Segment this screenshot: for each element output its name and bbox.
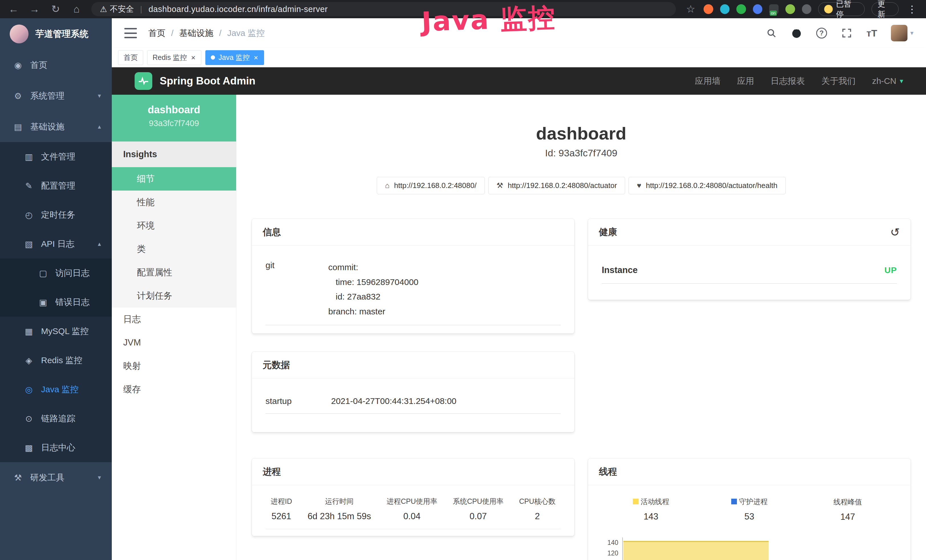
sba-nav-about[interactable]: 关于我们 <box>822 75 856 87</box>
sba-menu-classes[interactable]: 类 <box>112 238 236 261</box>
sidebar-item-trace[interactable]: ⊙ 链路追踪 <box>0 404 112 433</box>
paused-face-icon <box>824 5 832 14</box>
infrastructure-icon: ▤ <box>12 122 23 132</box>
instance-header[interactable]: dashboard 93a3fc7f7409 <box>112 95 236 141</box>
instance-id: 93a3fc7f7409 <box>112 119 236 128</box>
sidebar-item-redis[interactable]: ◈ Redis 监控 <box>0 346 112 375</box>
breadcrumb-current: Java 监控 <box>227 27 265 39</box>
health-card: 健康 ↺ Instance UP <box>588 219 911 300</box>
dashboard-icon: ◉ <box>12 60 23 70</box>
sidebar-item-home[interactable]: ◉ 首页 <box>0 50 112 80</box>
instance-health-link[interactable]: ♥ http://192.168.0.2:48080/actuator/heal… <box>629 177 786 194</box>
sidebar-item-mysql[interactable]: ▦ MySQL 监控 <box>0 317 112 346</box>
sidebar-item-java[interactable]: ◎ Java 监控 <box>0 375 112 404</box>
sba-nav-wallboard[interactable]: 应用墙 <box>695 75 720 87</box>
github-icon[interactable] <box>791 27 802 39</box>
collapse-sidebar-icon[interactable] <box>124 28 137 38</box>
threads-card-title: 线程 <box>599 466 617 478</box>
tag-java[interactable]: Java 监控 × <box>205 50 264 65</box>
close-icon[interactable]: × <box>191 54 196 61</box>
extension-dark-icon[interactable]: on <box>769 4 779 14</box>
forward-icon[interactable]: → <box>29 3 41 15</box>
extension-blue-icon[interactable] <box>753 4 762 14</box>
update-button[interactable]: 更新 <box>872 2 899 16</box>
extension-orange-icon[interactable] <box>704 4 713 14</box>
extensions-puzzle-icon[interactable] <box>802 4 811 14</box>
reload-icon[interactable]: ↻ <box>49 3 62 15</box>
sba-menu-jvm[interactable]: JVM <box>112 331 236 354</box>
sba-nav-journal[interactable]: 日志报表 <box>770 75 805 87</box>
sidebar-item-infra[interactable]: ▤ 基础设施 ▴ <box>0 111 112 142</box>
sba-menu-details[interactable]: 细节 <box>112 167 236 191</box>
active-dot <box>211 55 215 60</box>
system-cpu: 系统CPU使用率 0.07 <box>451 496 506 522</box>
sidebar-item-config[interactable]: ✎ 配置管理 <box>0 171 112 200</box>
status-badge: UP <box>884 265 897 275</box>
sba-menu-metrics[interactable]: 性能 <box>112 191 236 214</box>
sba-menu-scheduledtasks[interactable]: 计划任务 <box>112 284 236 307</box>
chevron-down-icon: ▾ <box>98 92 101 100</box>
sba-nav-applications[interactable]: 应用 <box>737 75 754 87</box>
font-size-icon[interactable]: тT <box>866 27 878 39</box>
live-threads-area <box>623 541 769 560</box>
bookmark-star-icon[interactable]: ☆ <box>684 3 697 15</box>
app-logo[interactable]: 芋道管理系统 <box>0 18 112 50</box>
tag-home[interactable]: 首页 <box>118 50 143 65</box>
sidebar-item-access-log[interactable]: ▢ 访问日志 <box>0 259 112 288</box>
browser-home-icon[interactable]: ⌂ <box>70 3 83 15</box>
sidebar-item-file[interactable]: ▥ 文件管理 <box>0 142 112 171</box>
breadcrumb: 首页 / 基础设施 / Java 监控 <box>148 27 265 39</box>
sidebar-item-api-log[interactable]: ▧ API 日志 ▴ <box>0 229 112 259</box>
legend-swatch-daemon <box>731 499 737 504</box>
extension-leaf-icon[interactable] <box>785 4 795 14</box>
process-card-title: 进程 <box>263 466 281 478</box>
browser-actions: ☆ on 已暂停 更新 ⋮ <box>684 2 918 16</box>
legend-daemon-threads: 守护进程 53 <box>700 496 799 522</box>
cards-left-column: 信息 git commit: time: 1596289704000 id: 2… <box>252 219 574 560</box>
back-icon[interactable]: ← <box>8 3 20 15</box>
security-badge[interactable]: ⚠ 不安全 <box>100 4 134 15</box>
instance-actuator-link[interactable]: ⚒ http://192.168.0.2:48080/actuator <box>488 177 625 194</box>
user-menu[interactable]: ▾ <box>891 25 914 41</box>
avatar <box>891 25 908 41</box>
sba-menu-environment[interactable]: 环境 <box>112 214 236 238</box>
chevron-down-icon: ▾ <box>98 474 101 481</box>
fullscreen-icon[interactable] <box>841 27 853 39</box>
health-card-title: 健康 <box>599 226 617 239</box>
sba-menu-insights-header: Insights <box>112 141 236 167</box>
git-branch-line: branch: master <box>328 304 561 319</box>
extension-teal-icon[interactable] <box>720 4 729 14</box>
sba-brand[interactable]: Spring Boot Admin <box>135 72 256 90</box>
address-bar[interactable]: ⚠ 不安全 | dashboard.yudao.iocoder.cn/infra… <box>91 2 676 16</box>
sba-navbar: Spring Boot Admin 应用墙 应用 日志报表 关于我们 zh-CN… <box>112 67 926 95</box>
sba-menu-caches[interactable]: 缓存 <box>112 378 236 401</box>
legend-live-threads: 活动线程 143 <box>602 496 700 522</box>
extension-green-icon[interactable] <box>736 4 746 14</box>
sba-menu-mappings[interactable]: 映射 <box>112 354 236 378</box>
breadcrumb-home[interactable]: 首页 <box>148 27 165 39</box>
browser-menu-icon[interactable]: ⋮ <box>905 3 918 15</box>
instance-links: ⌂ http://192.168.0.2:48080/ ⚒ http://192… <box>252 177 911 194</box>
history-icon[interactable]: ↺ <box>890 226 900 239</box>
close-icon[interactable]: × <box>253 54 259 61</box>
sidebar-item-error-log[interactable]: ▣ 错误日志 <box>0 288 112 317</box>
breadcrumb-infra[interactable]: 基础设施 <box>179 27 213 39</box>
tag-redis[interactable]: Redis 监控 × <box>147 50 201 65</box>
sba-menu-configprops[interactable]: 配置属性 <box>112 261 236 284</box>
log-center-icon: ▩ <box>23 443 34 453</box>
locale-select[interactable]: zh-CN ▾ <box>872 76 903 86</box>
sba-content: dashboard Id: 93a3fc7f7409 ⌂ http://192.… <box>236 95 926 560</box>
paused-badge[interactable]: 已暂停 <box>818 2 865 16</box>
process-card: 进程 进程ID 5261 运行时间 6d 23h 15m 59s <box>252 459 574 536</box>
sidebar-item-system[interactable]: ⚙ 系统管理 ▾ <box>0 80 112 111</box>
help-icon[interactable]: ? <box>816 27 828 39</box>
sba-menu-logfile[interactable]: 日志 <box>112 307 236 331</box>
sba-nav-links: 应用墙 应用 日志报表 关于我们 zh-CN ▾ <box>695 75 903 87</box>
instance-home-link[interactable]: ⌂ http://192.168.0.2:48080/ <box>377 177 485 194</box>
search-icon[interactable] <box>766 27 778 39</box>
process-cpu: 进程CPU使用率 0.04 <box>384 496 439 522</box>
sidebar-item-devtools[interactable]: ⚒ 研发工具 ▾ <box>0 462 112 493</box>
sidebar-item-job[interactable]: ◴ 定时任务 <box>0 200 112 229</box>
health-instance-row[interactable]: Instance UP <box>602 256 897 283</box>
sidebar-item-log-center[interactable]: ▩ 日志中心 <box>0 433 112 462</box>
